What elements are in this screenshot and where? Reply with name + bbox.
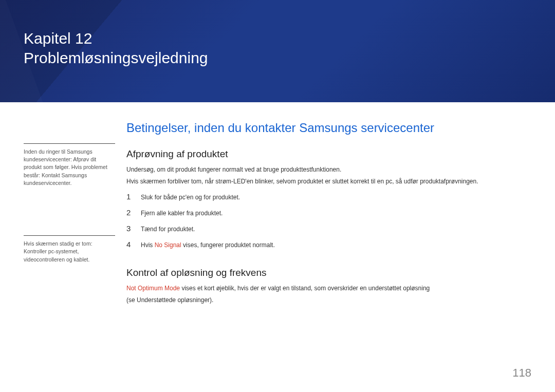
step-text-prefix: Hvis (141, 241, 155, 249)
body-paragraph: Not Optimum Mode vises et kort øjeblik, … (126, 284, 531, 293)
step-text: Tænd for produktet. (141, 226, 195, 233)
step-number: 4 (126, 240, 133, 249)
body-text-rest: vises et kort øjeblik, hvis der er valgt… (180, 285, 430, 292)
step-text-suffix: vises, fungerer produktet normalt. (181, 241, 275, 249)
body-paragraph: Undersøg, om dit produkt fungerer normal… (126, 165, 531, 175)
subsection-title: Kontrol af opløsning og frekvens (126, 267, 531, 278)
chapter-label: Kapitel 12 (24, 29, 208, 48)
body-paragraph: Hvis skærmen forbliver tom, når strøm-LE… (126, 177, 531, 186)
section-title: Betingelser, inden du kontakter Samsungs… (126, 121, 531, 135)
step-number: 2 (126, 208, 133, 217)
highlight-term: Not Optimum Mode (126, 285, 180, 292)
step-text: Hvis No Signal vises, fungerer produktet… (141, 241, 275, 249)
step-number: 1 (126, 192, 133, 201)
side-column: Inden du ringer til Samsungs kundeservic… (24, 121, 115, 307)
list-item: 4 Hvis No Signal vises, fungerer produkt… (126, 240, 531, 249)
content-area: Inden du ringer til Samsungs kundeservic… (0, 102, 555, 307)
main-column: Betingelser, inden du kontakter Samsungs… (126, 121, 531, 307)
subsection-title: Afprøvning af produktet (126, 148, 531, 160)
banner-text: Kapitel 12 Problemløsningsvejledning (24, 29, 208, 67)
side-note: Inden du ringer til Samsungs kundeservic… (24, 143, 115, 187)
list-item: 2 Fjern alle kabler fra produktet. (126, 208, 531, 217)
step-text: Sluk for både pc'en og for produktet. (141, 194, 240, 201)
step-text: Fjern alle kabler fra produktet. (141, 210, 223, 217)
chapter-banner: Kapitel 12 Problemløsningsvejledning (0, 0, 555, 102)
list-item: 3 Tænd for produktet. (126, 224, 531, 233)
page-number: 118 (512, 366, 531, 380)
list-item: 1 Sluk for både pc'en og for produktet. (126, 192, 531, 201)
step-number: 3 (126, 224, 133, 233)
step-list: 1 Sluk for både pc'en og for produktet. … (126, 192, 531, 249)
side-note: Hvis skærmen stadig er tom: Kontroller p… (24, 235, 115, 264)
body-paragraph: (se Understøttede opløsninger). (126, 295, 531, 305)
chapter-title: Problemløsningsvejledning (24, 48, 208, 68)
page: Kapitel 12 Problemløsningsvejledning Ind… (0, 0, 555, 392)
columns: Inden du ringer til Samsungs kundeservic… (24, 121, 531, 307)
highlight-term: No Signal (155, 241, 181, 249)
